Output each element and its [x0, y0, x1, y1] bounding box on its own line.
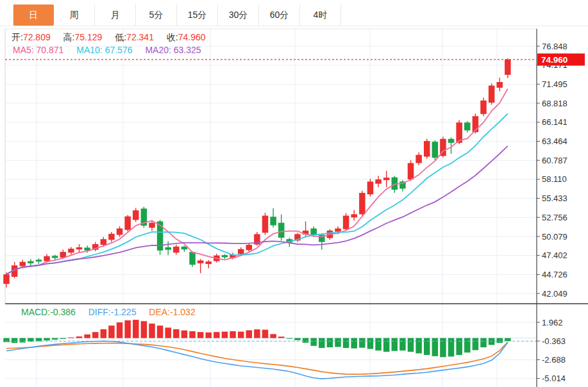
low-readout: 低:72.341 [115, 32, 154, 42]
macd-bar [262, 330, 269, 338]
candle-body [310, 229, 317, 235]
macd-bar [399, 338, 406, 350]
price-axis-label: 47.402 [542, 251, 567, 260]
candle-body [262, 216, 269, 233]
tab-4hour[interactable]: 4时 [300, 4, 341, 26]
candle-body [52, 256, 58, 258]
macd-bar [101, 329, 107, 338]
price-axis-label: 60.787 [542, 156, 567, 165]
candle-body [101, 239, 107, 245]
macd-bar [197, 332, 204, 338]
macd-bar [424, 338, 430, 355]
price-axis-label: 52.756 [542, 213, 567, 222]
candle-body [270, 217, 276, 225]
candle-body [408, 163, 414, 179]
ma10-line [6, 113, 508, 274]
candle-body [19, 262, 26, 267]
macd-bar [343, 338, 349, 348]
candle-body [383, 177, 390, 180]
ma10-readout: MA10: 67.576 [76, 45, 132, 55]
tab-60min[interactable]: 60分 [259, 4, 300, 26]
macd-axis-label: 1.962 [542, 318, 563, 327]
macd-bar [327, 338, 333, 347]
price-axis-label: 63.464 [542, 136, 567, 146]
price-axis-label: 71.495 [542, 79, 567, 89]
macd-bar [270, 334, 276, 338]
macd-bar [480, 338, 487, 347]
candle-body [197, 260, 204, 263]
macd-bar [92, 332, 99, 338]
ma20-line [6, 146, 508, 274]
macd-bar [108, 325, 115, 338]
macd-bar [84, 334, 90, 338]
macd-bar [230, 331, 236, 338]
candle-body [117, 229, 123, 235]
price-axis-label: 55.433 [542, 194, 567, 203]
macd-bar [206, 333, 212, 338]
tab-day[interactable]: 日 [13, 4, 54, 26]
macd-bar [246, 330, 253, 338]
candle-body [464, 122, 471, 130]
price-macd-chart[interactable]: 76.84874.17171.49568.81866.14163.46460.7… [0, 0, 588, 387]
macd-bar [383, 338, 390, 352]
macd-bar [375, 338, 382, 350]
tab-5min[interactable]: 5分 [136, 4, 177, 26]
macd-bar [19, 338, 26, 343]
macd-bar [117, 322, 123, 338]
candle-body [496, 82, 503, 88]
candle-body [238, 249, 244, 254]
macd-bar [12, 338, 18, 343]
price-axis-label: 76.848 [542, 42, 567, 51]
macd-bar [310, 338, 317, 346]
macd-bar [473, 338, 479, 350]
candle-body [28, 261, 34, 263]
candle-body [278, 223, 285, 238]
candle-body [432, 142, 439, 158]
candle-body [44, 256, 50, 261]
candle-body [173, 247, 180, 252]
macd-bar [68, 338, 74, 338]
macd-bar [76, 336, 82, 338]
macd-axis-label: -5.014 [542, 374, 566, 383]
ma20-readout: MA20: 63.325 [145, 45, 201, 55]
candle-body [416, 155, 422, 163]
dea-value-readout: DEA:-1.032 [149, 307, 195, 317]
macd-readout: MACD:-0.386 DIFF:-1.225 DEA:-1.032 [21, 307, 206, 317]
macd-bar [496, 338, 503, 343]
macd-bar [359, 338, 365, 348]
macd-bar [505, 338, 511, 342]
ma5-readout: MA5: 70.871 [13, 45, 63, 55]
candle-body [424, 141, 430, 156]
tab-month[interactable]: 月 [95, 4, 136, 26]
tab-30min[interactable]: 30分 [218, 4, 259, 26]
price-axis-label: 66.141 [542, 117, 567, 127]
candle-body [480, 101, 487, 114]
candle-body [359, 193, 365, 214]
macd-bar [52, 338, 58, 340]
candle-body [489, 86, 495, 103]
tab-week[interactable]: 周 [54, 4, 95, 26]
price-axis-label: 58.110 [542, 174, 567, 184]
macd-bar [181, 331, 188, 338]
macd-bar [294, 338, 301, 340]
macd-axis-label: -0.363 [542, 336, 566, 346]
macd-bar [222, 332, 228, 338]
macd-bar [287, 338, 293, 339]
candle-body [206, 261, 212, 264]
candle-body [108, 234, 115, 240]
tab-15min[interactable]: 15分 [177, 4, 218, 26]
macd-bar [214, 332, 220, 338]
candle-body [60, 252, 67, 258]
period-tabbar: 日 周 月 5分 15分 30分 60分 4时 [0, 0, 588, 26]
macd-bar [456, 338, 462, 355]
price-axis-label: 50.079 [542, 232, 567, 242]
candle-body [343, 216, 349, 229]
candle-body [448, 139, 455, 143]
candle-body [3, 274, 10, 284]
ma5-line [6, 89, 508, 275]
macd-bar [303, 338, 309, 343]
candle-body [222, 255, 228, 257]
macd-bar [173, 329, 180, 338]
macd-bar [335, 338, 341, 347]
macd-bar [44, 338, 50, 341]
